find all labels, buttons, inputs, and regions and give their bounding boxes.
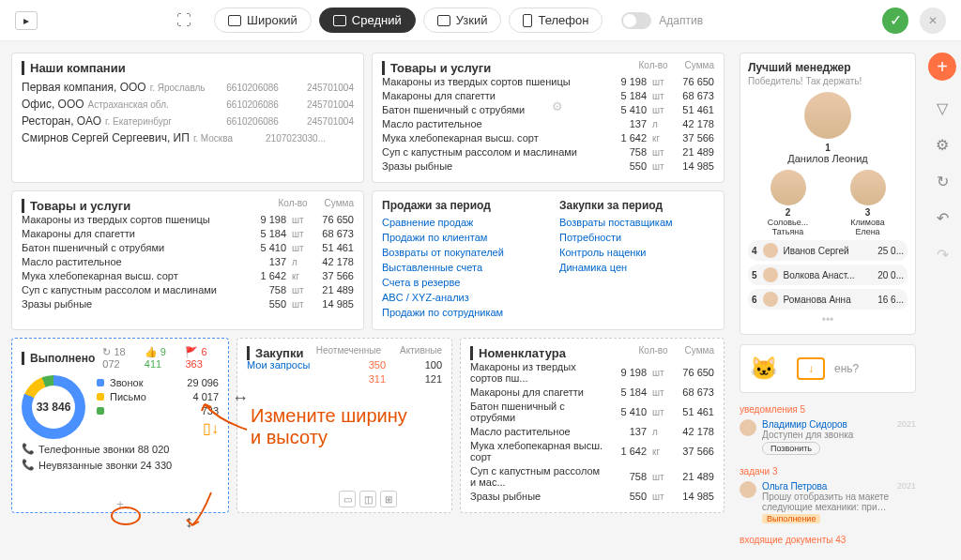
link-item[interactable]: Возвраты поставщикам	[559, 217, 714, 228]
tasks-label[interactable]: задачи 3	[740, 466, 777, 477]
more-dots-icon[interactable]: •••	[748, 313, 908, 326]
legend-row: Письмо4 017	[97, 391, 219, 402]
product-row[interactable]: Батон пшеничный с отрубями5 410шт51 461	[22, 242, 354, 253]
adaptive-toggle[interactable]: Адаптив	[621, 12, 703, 29]
undo-icon[interactable]: ↶	[937, 209, 949, 227]
avatar	[850, 170, 886, 205]
product-row[interactable]: Батон пшеничный с отрубями5 410шт51 461	[470, 401, 714, 423]
layout-controls: ▭ ◫ ⊞	[339, 491, 397, 507]
nomenclature-panel: Номенклатура Кол-воСумма Макароны из тве…	[460, 338, 725, 513]
link-item[interactable]: Потребности	[559, 232, 714, 243]
product-row[interactable]: Макароны для спагетти5 184шт68 673	[470, 386, 714, 398]
product-row[interactable]: Батон пшеничный с отрубями5 410шт51 461	[382, 104, 714, 115]
product-row[interactable]: Масло растительное137л42 178	[22, 256, 354, 267]
manager-list-row[interactable]: 5Волкова Анаст...20 0...	[748, 265, 908, 285]
company-row[interactable]: Ресторан, ОАОг. Екатеринбург661020608624…	[22, 114, 354, 128]
manager-item[interactable]: 2Соловье... Татьяна	[760, 170, 816, 236]
expand-icon[interactable]: ⛶	[176, 12, 191, 29]
product-row[interactable]: Суп с капустным рассолом и маслинами758ш…	[382, 146, 714, 158]
product-row[interactable]: Макароны для спагетти5 184шт68 673	[382, 90, 714, 101]
topbar: ▸ ⛶ Широкий Средний Узкий Телефон Адапти…	[0, 0, 961, 41]
product-row[interactable]: Суп с капустным рассолом и мас...758шт21…	[470, 465, 714, 488]
link-item[interactable]: Динамика цен	[559, 262, 714, 273]
done-donut-chart: 33 846	[22, 375, 85, 439]
gear-icon[interactable]: ⚙	[552, 99, 563, 114]
product-row[interactable]: Мука хлебопекарная высш. сорт1 642кг37 5…	[470, 440, 714, 462]
link-item[interactable]: ABC / XYZ-анализ	[382, 292, 537, 303]
avatar	[770, 170, 806, 205]
zakupki-panel: Закупки НеотмеченныеАктивные Мои запросы…	[236, 338, 452, 513]
products-top-panel: Товары и услуги Кол-воСумма Макароны из …	[372, 53, 725, 183]
stat-chip: ↻ 18 072	[102, 346, 136, 370]
layout-split-h-icon[interactable]: ▭	[339, 491, 356, 507]
company-row[interactable]: Первая компания, ОООг. Ярославль66102060…	[22, 81, 354, 94]
stat-chip: 👍 9 411	[145, 346, 178, 370]
companies-panel: Наши компании Первая компания, ОООг. Яро…	[11, 53, 364, 183]
companies-title: Наши компании	[22, 61, 354, 75]
product-row[interactable]: Макароны для спагетти5 184шт68 673	[22, 228, 354, 239]
size-phone-button[interactable]: Телефон	[509, 8, 603, 33]
panel-toggle-icon[interactable]: ▸	[15, 11, 38, 30]
size-medium-button[interactable]: Средний	[319, 8, 416, 33]
download-icon[interactable]: ↓	[797, 357, 825, 380]
product-row[interactable]: Макароны из твердых сортов пшеницы9 198ш…	[22, 214, 354, 225]
product-row[interactable]: Мука хлебопекарная высш. сорт1 642кг37 5…	[382, 132, 714, 144]
products-left-panel: Товары и услуги Кол-воСумма Макароны из …	[11, 190, 364, 330]
confirm-icon[interactable]: ✓	[882, 8, 908, 34]
avatar	[740, 481, 756, 498]
redo-icon[interactable]: ↷	[937, 246, 949, 264]
period-links-panel: Продажи за период Сравнение продажПродаж…	[372, 190, 725, 330]
rightbar: + ▽ ⚙ ↻ ↶ ↷	[923, 41, 961, 560]
link-item[interactable]: Продажи по сотрудникам	[382, 307, 537, 318]
product-row[interactable]: Мука хлебопекарная высш. сорт1 642кг37 5…	[22, 270, 354, 281]
product-row[interactable]: Суп с капустным рассолом и маслинами758ш…	[22, 284, 354, 295]
documents-label[interactable]: входящие документы 43	[740, 535, 846, 545]
company-row[interactable]: Офис, ОООАстраханская обл.66102060862457…	[22, 98, 354, 111]
avatar	[763, 267, 778, 282]
product-row[interactable]: Зразы рыбные550шт14 985	[22, 298, 354, 310]
product-row[interactable]: Зразы рыбные550шт14 985	[382, 160, 714, 172]
zakupki-row[interactable]: Мои запросы350100	[247, 359, 442, 371]
layout-split-v-icon[interactable]: ◫	[359, 491, 376, 507]
link-item[interactable]: Продажи по клиентам	[382, 232, 537, 243]
promo-widget: 🐱 ↓ ень?	[740, 344, 916, 393]
zakupki-row[interactable]: 311121	[247, 373, 442, 385]
manager-list-row[interactable]: 4Иванов Сергей25 0...	[748, 240, 908, 261]
cat-icon: 🐱	[750, 356, 787, 382]
product-row[interactable]: Макароны из твердых сортов пшеницы9 198ш…	[382, 76, 714, 87]
link-item[interactable]: Контроль наценки	[559, 247, 714, 258]
avatar	[763, 292, 778, 307]
product-row[interactable]: Зразы рыбные550шт14 985	[470, 491, 714, 502]
layout-grid-icon[interactable]: ⊞	[380, 491, 397, 507]
call-button[interactable]: Позвонить	[762, 442, 820, 455]
task-item[interactable]: Ольга Петрова Прошу отобразить на макете…	[740, 481, 916, 523]
sidebar: Лучший менеджер Победитель! Так держать!…	[736, 41, 923, 560]
legend-row: Звонок29 096	[97, 377, 219, 388]
notification-item[interactable]: Владимир Сидоров Доступен для звонка 202…	[740, 419, 916, 440]
stat-chip: 🚩 6 363	[185, 346, 219, 370]
link-item[interactable]: Счета в резерве	[382, 277, 537, 288]
manager-item[interactable]: 3Климова Елена	[840, 170, 896, 236]
link-item[interactable]: Выставленные счета	[382, 262, 537, 273]
add-button[interactable]: +	[928, 53, 956, 81]
avatar	[763, 243, 778, 258]
link-item[interactable]: Сравнение продаж	[382, 217, 537, 228]
done-panel[interactable]: Выполнено ↻ 18 072👍 9 411🚩 6 363 33 846 …	[11, 338, 229, 513]
size-narrow-button[interactable]: Узкий	[423, 8, 502, 33]
company-row[interactable]: Смирнов Сергей Сергеевич, ИПг. Москва210…	[22, 131, 354, 144]
avatar	[740, 419, 756, 436]
notifications-label[interactable]: уведомления 5	[740, 404, 805, 415]
refresh-icon[interactable]: ↻	[937, 173, 949, 190]
best-manager-panel: Лучший менеджер Победитель! Так держать!…	[740, 53, 916, 335]
size-wide-button[interactable]: Широкий	[214, 8, 312, 33]
add-handle-icon[interactable]: +	[116, 497, 124, 511]
product-row[interactable]: Масло растительное137л42 178	[382, 118, 714, 129]
filter-icon[interactable]: ▽	[937, 99, 948, 117]
manager-list-row[interactable]: 6Романова Анна16 6...	[748, 289, 908, 310]
product-row[interactable]: Макароны из твердых сортов пш...9 198шт7…	[470, 361, 714, 384]
product-row[interactable]: Масло растительное137л42 178	[470, 426, 714, 437]
phone-calls-row: 📞Телефонные звонки 88 020	[22, 443, 219, 455]
link-item[interactable]: Возвраты от покупателей	[382, 247, 537, 258]
settings-icon[interactable]: ⚙	[936, 136, 949, 154]
close-icon[interactable]: ✕	[920, 8, 946, 34]
